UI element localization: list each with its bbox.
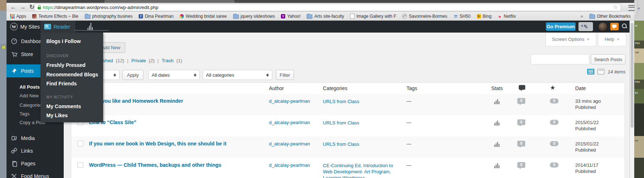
image-thumbnail-icon bbox=[32, 14, 37, 18]
folder-icon bbox=[233, 14, 239, 19]
screen-options-tab[interactable]: Screen Options▼ bbox=[546, 33, 596, 46]
other-bookmarks[interactable]: Other Bookmarks bbox=[589, 14, 631, 19]
author-link[interactable]: d_alcalay-pearlman bbox=[269, 98, 310, 104]
row-checkbox[interactable] bbox=[77, 141, 83, 147]
search-icon[interactable] bbox=[622, 24, 628, 29]
author-link[interactable]: d_alcalay-pearlman bbox=[269, 162, 310, 168]
author-link[interactable]: d_alcalay-pearlman bbox=[269, 120, 310, 125]
filter-button[interactable]: Filter bbox=[276, 70, 294, 80]
bookmark-item[interactable]: Wedding bridal saree bbox=[180, 14, 227, 19]
sidebar-item-links[interactable]: Links bbox=[7, 145, 64, 157]
menu-icon[interactable] bbox=[628, 5, 635, 11]
sidebar-item-all-posts[interactable]: All Posts bbox=[20, 84, 40, 90]
bookmark-star-icon[interactable]: ☆ bbox=[613, 4, 618, 10]
my-sites-menu[interactable]: W My Sites bbox=[10, 21, 40, 33]
table-row: WordPress — Child Themes, backups and ot… bbox=[71, 158, 624, 178]
column-header-stats: Stats bbox=[491, 85, 503, 91]
menu-item-freshly-pressed[interactable]: Freshly Pressed bbox=[46, 62, 85, 68]
comments-column-icon bbox=[519, 85, 525, 90]
menu-item-recommended-blogs[interactable]: Recommended Blogs bbox=[46, 72, 98, 77]
url-bar[interactable]: https://dinapearlman.wordpress.com/wp-ad… bbox=[34, 4, 621, 11]
stats-chart-icon[interactable] bbox=[494, 99, 501, 104]
forward-icon[interactable]: → bbox=[18, 3, 27, 11]
list-view-icon[interactable] bbox=[587, 69, 594, 75]
sidebar-item-categories[interactable]: Categories bbox=[20, 102, 42, 108]
like-count-badge[interactable]: 0 bbox=[550, 141, 559, 146]
menu-item-blogs-i-follow[interactable]: Blogs I Follow bbox=[46, 38, 81, 44]
tags-cell: — bbox=[407, 141, 411, 147]
bookmark-item[interactable]: bBing bbox=[477, 14, 492, 19]
post-title-link[interactable]: you like and Homework Reminder bbox=[102, 98, 183, 104]
categories-link[interactable]: URLS from Class bbox=[323, 141, 393, 147]
row-checkbox[interactable] bbox=[77, 162, 83, 168]
comment-count-bubble[interactable]: 0 bbox=[517, 98, 525, 104]
filter-trash-link[interactable]: Trash bbox=[161, 58, 173, 63]
sidebar-item-media[interactable]: Media bbox=[7, 132, 64, 144]
folder-icon bbox=[307, 14, 312, 19]
help-tab[interactable]: Help▼ bbox=[598, 33, 626, 46]
post-title-link[interactable]: WordPress — Child Themes, backups and ot… bbox=[89, 162, 221, 168]
bookmark-item[interactable]: photography busines bbox=[85, 14, 132, 19]
like-count-badge[interactable]: 0 bbox=[550, 162, 559, 168]
categories-link[interactable]: CE-Continuing Ed, Introduction to Web De… bbox=[323, 162, 393, 178]
bookmark-item[interactable]: fDina Pearlman bbox=[139, 14, 173, 19]
bing-icon: b bbox=[477, 14, 481, 18]
categories-filter-select[interactable]: All categories bbox=[203, 70, 272, 80]
browser-tab-strip bbox=[7, 0, 634, 3]
bookmark-item[interactable]: NNetflix bbox=[498, 14, 516, 19]
reader-menu[interactable]: Reader bbox=[44, 21, 70, 33]
sidebar-item-add-new[interactable]: Add New bbox=[20, 93, 39, 98]
comment-count-bubble[interactable]: 0 bbox=[517, 162, 525, 168]
pages-icon bbox=[11, 160, 17, 167]
table-row: you like and Homework Reminder d_alcalay… bbox=[71, 94, 624, 115]
sidebar-item-tags[interactable]: Tags bbox=[20, 111, 29, 116]
comment-count-bubble[interactable]: 0 bbox=[517, 141, 525, 147]
menu-item-my-comments[interactable]: My Comments bbox=[46, 103, 81, 109]
bookmark-item[interactable]: Savonneire-Bormes bbox=[402, 14, 447, 19]
like-count-badge[interactable]: 0 bbox=[550, 98, 559, 103]
bookmark-item[interactable]: YYahoo! bbox=[281, 14, 300, 19]
search-posts-input[interactable] bbox=[531, 54, 589, 64]
search-posts-button[interactable]: Search Posts bbox=[591, 54, 626, 64]
date-cell: 2015/01/22Published bbox=[575, 141, 599, 153]
reader-dropdown-menu: Blogs I Follow DISCOVER Freshly Pressed … bbox=[41, 33, 103, 122]
links-chain-icon bbox=[11, 148, 17, 154]
chevron-down-icon: ▼ bbox=[616, 38, 620, 41]
bookmark-item[interactable]: jquery slideshows bbox=[233, 14, 275, 19]
filter-private-link[interactable]: Private bbox=[131, 58, 146, 63]
bookmark-item[interactable]: Image Gallery with F bbox=[350, 14, 396, 19]
notifications-icon[interactable] bbox=[610, 23, 619, 30]
sidebar-item-food-menus[interactable]: Food Menus bbox=[7, 170, 64, 178]
dates-filter-select[interactable]: All dates bbox=[148, 70, 200, 80]
apps-shortcut[interactable]: Apps bbox=[10, 14, 26, 19]
bookmark-item[interactable]: Texture Effects ~ Ble bbox=[32, 14, 78, 19]
back-icon[interactable]: ← bbox=[9, 3, 18, 11]
yahoo-icon: Y bbox=[281, 14, 285, 18]
scrollbar-thumb[interactable] bbox=[631, 23, 634, 128]
menu-item-my-likes[interactable]: My Likes bbox=[46, 113, 68, 118]
tags-cell: — bbox=[407, 162, 411, 168]
avatar[interactable] bbox=[598, 22, 608, 32]
stats-chart-icon[interactable] bbox=[494, 163, 501, 168]
menu-item-find-friends[interactable]: Find Friends bbox=[46, 81, 77, 86]
bookmark-item[interactable]: SH50 bbox=[454, 14, 471, 19]
menu-section-discover: DISCOVER bbox=[46, 54, 68, 58]
date-cell: 33 mins agoPublished bbox=[575, 98, 601, 110]
go-premium-button[interactable]: Go Premium bbox=[546, 22, 576, 31]
like-count-badge[interactable]: 0 bbox=[550, 120, 559, 125]
categories-link[interactable]: URLS from Class bbox=[323, 98, 393, 105]
post-title-link[interactable]: If you own one book in Web Design, this … bbox=[89, 141, 226, 147]
scrollbar[interactable] bbox=[630, 21, 634, 178]
stats-chart-icon[interactable] bbox=[494, 120, 501, 126]
wp-admin-bar: W My Sites Reader Go Premium ✎+ bbox=[7, 21, 634, 33]
sidebar-item-pages[interactable]: Pages bbox=[7, 158, 64, 169]
bookmark-item[interactable]: Arts site-faculty bbox=[307, 14, 344, 19]
bookmarks-overflow-chevron[interactable]: » bbox=[580, 13, 583, 19]
browser-tab[interactable] bbox=[104, 0, 235, 3]
comment-count-bubble[interactable]: 0 bbox=[517, 119, 525, 125]
new-post-icon[interactable]: ✎+ bbox=[578, 22, 593, 31]
author-link[interactable]: d_alcalay-pearlman bbox=[269, 141, 310, 147]
stats-chart-icon[interactable] bbox=[494, 141, 501, 147]
categories-link[interactable]: URLS from Class bbox=[323, 120, 393, 126]
apply-button[interactable]: Apply bbox=[122, 70, 143, 80]
